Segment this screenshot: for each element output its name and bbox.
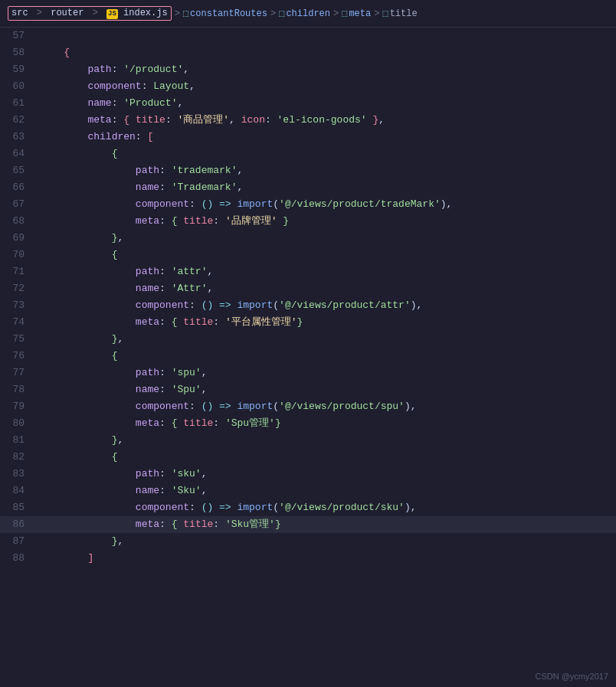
breadcrumb-router: router [51, 8, 84, 18]
line-68: 68 meta: { title: '品牌管理' } [0, 213, 616, 230]
line-79: 79 component: () => import('@/views/prod… [0, 398, 616, 415]
key-icon: ⬚ [382, 8, 388, 19]
line-85: 85 component: () => import('@/views/prod… [0, 499, 616, 516]
line-73: 73 component: () => import('@/views/prod… [0, 297, 616, 314]
array-icon-1: ⬚ [183, 8, 188, 19]
code-editor: 57 58 { 59 path: '/product', 60 componen… [0, 28, 616, 567]
array-icon-2: ⬚ [279, 8, 284, 19]
breadcrumb-children[interactable]: children [286, 8, 330, 19]
breadcrumb-title: title [390, 8, 418, 19]
line-81: 81 }, [0, 432, 616, 449]
breadcrumb-indexjs: index.js [123, 8, 168, 18]
breadcrumb-constantroutes[interactable]: constantRoutes [190, 8, 267, 19]
line-70: 70 { [0, 247, 616, 263]
breadcrumb-sep-6: > [374, 8, 379, 19]
line-67: 67 component: () => import('@/views/prod… [0, 196, 616, 213]
breadcrumb-src: src [11, 8, 28, 18]
line-69: 69 }, [0, 230, 616, 247]
line-66: 66 name: 'Trademark', [0, 179, 616, 196]
line-83: 83 path: 'sku', [0, 466, 616, 483]
line-64: 64 { [0, 146, 616, 162]
line-62: 62 meta: { title: '商品管理', icon: 'el-icon… [0, 112, 616, 129]
line-82: 82 { [0, 449, 616, 466]
js-file-icon: JS [106, 9, 118, 19]
line-78: 78 name: 'Spu', [0, 381, 616, 398]
breadcrumb-sep-1: > [37, 8, 48, 18]
line-71: 71 path: 'attr', [0, 263, 616, 280]
breadcrumb-sep-5: > [333, 8, 339, 19]
line-57: 57 [0, 28, 616, 44]
line-86: 86 meta: { title: 'Sku管理'} [0, 516, 616, 533]
line-76: 76 { [0, 348, 616, 365]
line-61: 61 name: 'Product', [0, 95, 616, 112]
line-58: 58 { [0, 44, 616, 61]
breadcrumb-sep-3: > [175, 8, 180, 19]
line-63: 63 children: [ [0, 129, 616, 146]
line-84: 84 name: 'Sku', [0, 483, 616, 499]
breadcrumb-meta[interactable]: meta [349, 8, 371, 19]
line-75: 75 }, [0, 331, 616, 348]
line-88: 88 ] [0, 550, 616, 567]
breadcrumb: src > router > JS index.js > ⬚ constantR… [0, 0, 616, 28]
breadcrumb-sep-4: > [270, 8, 276, 19]
watermark: CSDN @ycmy2017 [535, 672, 608, 681]
array-icon-3: ⬚ [342, 8, 347, 19]
line-65: 65 path: 'trademark', [0, 162, 616, 179]
line-74: 74 meta: { title: '平台属性管理'} [0, 314, 616, 331]
line-77: 77 path: 'spu', [0, 365, 616, 381]
line-59: 59 path: '/product', [0, 61, 616, 78]
breadcrumb-sep-2: > [93, 8, 103, 18]
breadcrumb-highlight: src > router > JS index.js [8, 6, 172, 21]
line-72: 72 name: 'Attr', [0, 280, 616, 297]
line-60: 60 component: Layout, [0, 78, 616, 95]
line-87: 87 }, [0, 533, 616, 550]
line-80: 80 meta: { title: 'Spu管理'} [0, 415, 616, 432]
